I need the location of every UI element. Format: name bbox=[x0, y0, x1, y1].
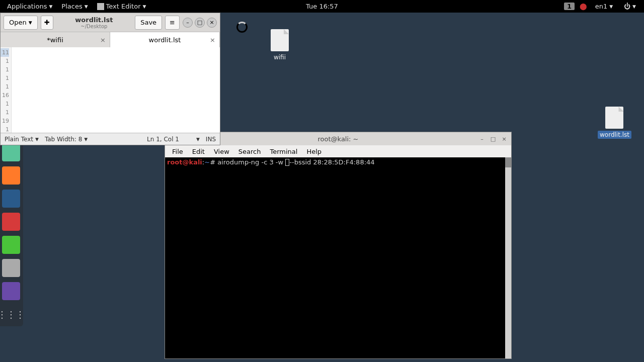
topbar-left: Applications ▼ Places ▼ Text Editor ▼ bbox=[0, 3, 149, 10]
file-icon bbox=[271, 29, 289, 51]
text-content[interactable] bbox=[12, 47, 220, 133]
tab-width-selector[interactable]: Tab Width: 8 ▼ bbox=[45, 136, 88, 143]
desktop-file-wifii[interactable]: wifii bbox=[271, 29, 289, 61]
prompt-path: ~ bbox=[204, 158, 210, 166]
text-editor-dock-icon[interactable] bbox=[2, 282, 20, 300]
minimize-button[interactable]: – bbox=[183, 18, 193, 28]
terminal-window: root@kali: ~ – □ × File Edit View Search… bbox=[165, 132, 512, 359]
line-num: 1 bbox=[1, 100, 9, 108]
tab-bar: *wifii × wordlit.lst × bbox=[1, 32, 220, 47]
file-label: wifii bbox=[272, 53, 288, 61]
chevron-down-icon: ▼ bbox=[85, 4, 88, 9]
command-text-post: --bssid 28:28:5D:F4:88:44 bbox=[289, 158, 374, 166]
chevron-down-icon: ▼ bbox=[196, 137, 200, 142]
menu-view[interactable]: View bbox=[210, 147, 233, 156]
new-document-icon: ✚ bbox=[44, 19, 50, 26]
burpsuite-icon[interactable] bbox=[2, 166, 20, 185]
window-controls: – □ × bbox=[183, 18, 217, 28]
cursor-position[interactable]: Ln 1, Col 1 ▼ bbox=[147, 136, 200, 143]
line-num: 1 bbox=[1, 65, 9, 74]
active-app-menu[interactable]: Text Editor ▼ bbox=[94, 3, 149, 10]
line-num: 1 bbox=[1, 57, 9, 65]
armitage-icon[interactable] bbox=[2, 143, 20, 161]
menu-search[interactable]: Search bbox=[234, 147, 265, 156]
line-num: 1 bbox=[1, 74, 9, 82]
language-selector[interactable]: Plain Text ▼ bbox=[5, 136, 39, 143]
desktop-file-wordlit[interactable]: wordlit.lst bbox=[598, 107, 631, 139]
prompt-user: root@kali bbox=[167, 158, 202, 166]
workspace-indicator[interactable]: 1 bbox=[564, 3, 575, 10]
menu-help[interactable]: Help bbox=[302, 147, 326, 156]
line-num: 19 bbox=[1, 117, 9, 125]
tweak-icon[interactable] bbox=[2, 259, 20, 277]
show-applications-icon[interactable]: ⋮⋮⋮ bbox=[2, 305, 20, 323]
line-num: 1 bbox=[1, 82, 9, 91]
scrollbar[interactable] bbox=[505, 157, 511, 358]
lang-label: Plain Text bbox=[5, 136, 33, 143]
headerbar: Open ▼ ✚ wordlit.lst ~/Desktop Save ≡ – … bbox=[1, 13, 220, 32]
save-button[interactable]: Save bbox=[135, 16, 162, 30]
file-label: wordlit.lst bbox=[598, 131, 631, 139]
menu-file[interactable]: File bbox=[168, 147, 187, 156]
tab-label: *wifii bbox=[47, 36, 63, 44]
keyboard-layout[interactable]: en1 ▼ bbox=[592, 3, 616, 10]
text-editor-icon bbox=[97, 3, 104, 10]
tab-close-icon[interactable]: × bbox=[100, 36, 106, 44]
menu-terminal[interactable]: Terminal bbox=[266, 147, 301, 156]
chevron-down-icon: ▼ bbox=[35, 137, 39, 142]
chevron-down-icon: ▼ bbox=[609, 4, 613, 9]
clock[interactable]: Tue 16:57 bbox=[306, 3, 338, 10]
prompt-hash: # bbox=[210, 158, 217, 166]
power-icon: ⏻ bbox=[624, 3, 630, 10]
loading-spinner-icon bbox=[236, 22, 248, 33]
places-label: Places bbox=[61, 3, 82, 10]
maximize-button[interactable]: □ bbox=[195, 18, 205, 28]
system-menu[interactable]: ⏻ ▼ bbox=[621, 3, 639, 10]
editor-area[interactable]: 11 1 1 1 1 16 1 1 19 1 bbox=[1, 47, 220, 133]
insert-mode[interactable]: INS bbox=[206, 136, 216, 143]
chevron-down-icon: ▼ bbox=[49, 4, 52, 9]
line-num: 11 bbox=[1, 48, 9, 57]
close-button[interactable]: × bbox=[500, 135, 508, 143]
hamburger-icon: ≡ bbox=[170, 19, 175, 26]
chevron-down-icon: ▼ bbox=[143, 4, 146, 9]
places-menu[interactable]: Places ▼ bbox=[58, 3, 91, 10]
new-tab-button[interactable]: ✚ bbox=[41, 16, 53, 30]
line-num: 1 bbox=[1, 108, 9, 117]
line-gutter: 11 1 1 1 1 16 1 1 19 1 bbox=[1, 47, 12, 133]
tab-wordlit[interactable]: wordlit.lst × bbox=[110, 32, 220, 47]
terminal-menubar: File Edit View Search Terminal Help bbox=[165, 145, 511, 157]
zenmap-icon[interactable] bbox=[2, 190, 20, 208]
terminal-output[interactable]: root@kali:~# airodump-ng -c 3 -w --bssid… bbox=[165, 157, 511, 358]
close-button[interactable]: × bbox=[207, 18, 217, 28]
maximize-button[interactable]: □ bbox=[489, 135, 497, 143]
file-icon bbox=[605, 107, 623, 129]
applications-label: Applications bbox=[7, 3, 47, 10]
tabwidth-label: Tab Width: 8 bbox=[45, 136, 82, 143]
lang-label: en1 bbox=[595, 3, 608, 10]
terminal-title: root@kali: ~ bbox=[318, 135, 359, 143]
tab-close-icon[interactable]: × bbox=[210, 36, 215, 44]
open-label: Open bbox=[9, 19, 27, 26]
window-controls: – □ × bbox=[478, 135, 508, 143]
tab-label: wordlit.lst bbox=[149, 36, 181, 44]
chevron-down-icon: ▼ bbox=[632, 4, 636, 9]
applications-menu[interactable]: Applications ▼ bbox=[4, 3, 55, 10]
chevron-down-icon: ▼ bbox=[29, 20, 32, 25]
chevron-down-icon: ▼ bbox=[84, 137, 88, 142]
leafpad-icon[interactable] bbox=[2, 236, 20, 254]
line-num: 16 bbox=[1, 91, 9, 100]
title-text: wordlit.lst bbox=[56, 16, 132, 24]
window-title: wordlit.lst ~/Desktop bbox=[56, 16, 132, 29]
line-num: 1 bbox=[1, 125, 9, 134]
minimize-button[interactable]: – bbox=[478, 135, 486, 143]
recording-icon[interactable]: ⬤ bbox=[580, 3, 587, 10]
hamburger-menu-button[interactable]: ≡ bbox=[165, 16, 180, 30]
scrollbar-thumb[interactable] bbox=[505, 157, 511, 167]
position-label: Ln 1, Col 1 bbox=[147, 136, 179, 143]
command-text-pre: airodump-ng -c 3 -w bbox=[217, 158, 285, 166]
tab-wifii[interactable]: *wifii × bbox=[1, 32, 110, 47]
open-button[interactable]: Open ▼ bbox=[4, 16, 38, 30]
maltego-icon[interactable] bbox=[2, 213, 20, 231]
menu-edit[interactable]: Edit bbox=[188, 147, 209, 156]
